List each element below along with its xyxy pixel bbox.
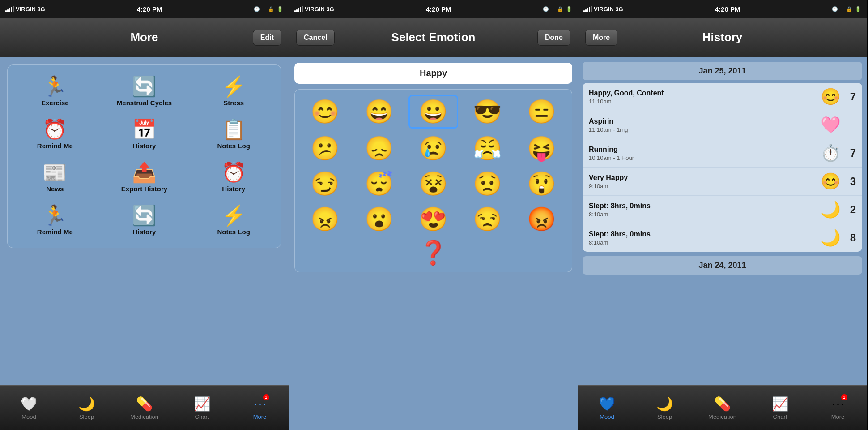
emoji-19[interactable]: 😡 [517,204,566,235]
emotion-content: Happy 😊 😄 😀 😎 😑 😕 😞 😢 😤 😝 😏 😴 😵 😟 😲 😠 [289,57,578,430]
more-item-stress[interactable]: ⚡ Stress [190,72,277,112]
chart-icon-3: 📈 [772,396,788,412]
export-label: Export History [121,185,167,193]
sleep-label-1: Sleep [79,413,94,420]
more-item-notes[interactable]: 📋 Notes Log [190,115,277,155]
emoji-11[interactable]: 😴 [354,168,404,199]
emoji-7[interactable]: 😢 [408,133,458,164]
more-item-history[interactable]: 📅 History [101,115,188,155]
more-tab-icon-1: ⋯ 1 [253,396,267,412]
history-item-time-0: 11:10am [589,98,816,105]
emoji-question[interactable]: ❓ [300,239,566,267]
menstrual-icon: 🔄 [132,77,157,96]
edit-button[interactable]: Edit [253,30,281,46]
emoji-3[interactable]: 😎 [463,95,512,129]
carrier-2: VIRGIN 3G [305,6,334,13]
tab-mood-3[interactable]: 💙 Mood [591,396,623,420]
tab-sleep-3[interactable]: 🌙 Sleep [649,396,681,420]
history-item-1[interactable]: Aspirin 11:10am - 1mg 🩷 [583,111,862,139]
status-right-1: 🕐 ↑ 🔒 🔋 [254,6,283,12]
phone-more: VIRGIN 3G 4:20 PM 🕐 ↑ 🔒 🔋 More Edit 🏃 Ex… [0,0,289,430]
badge-1: 1 [263,394,269,400]
time-2: 4:20 PM [426,5,451,13]
history-item-title-3: Very Happy [589,174,816,182]
emoji-14[interactable]: 😲 [517,168,566,199]
tab-chart-3[interactable]: 📈 Chart [765,396,796,420]
more-item-remind[interactable]: ⏰ Remind Me [11,115,99,155]
tab-chart-1[interactable]: 📈 Chart [187,396,218,420]
notes-label: Notes Log [217,142,250,150]
history-item-icon-4: 🌙 [821,200,841,219]
history-item-icon-2: ⏱️ [821,144,841,163]
tab-bar-3: 💙 Mood 🌙 Sleep 💊 Medication 📈 Chart ⋯ 1 … [578,385,867,430]
emoji-17[interactable]: 😍 [408,204,458,235]
history-item-5[interactable]: Slept: 8hrs, 0mins 8:10am 🌙 8 [583,224,862,252]
emoji-12[interactable]: 😵 [408,168,458,199]
emoji-15[interactable]: 😠 [300,204,350,235]
signal-bars-1 [5,6,14,12]
tab-medication-1[interactable]: 💊 Medication [129,396,160,420]
history-item-time-1: 11:10am - 1mg [589,126,816,133]
done-button[interactable]: Done [537,30,570,46]
clock-icon-1: 🕐 [254,6,260,12]
badge-3: 1 [841,394,847,400]
medication-icon-1: 💊 [136,396,153,412]
history-item-4[interactable]: Slept: 8hrs, 0mins 8:10am 🌙 2 [583,196,862,224]
history-item-time-5: 8:10am [589,239,816,246]
tab-mood-1[interactable]: 🤍 Mood [13,396,45,420]
history3-label: History [133,228,156,236]
emoji-0[interactable]: 😊 [300,95,350,129]
more-item-news[interactable]: 📰 News [11,158,99,198]
history-item-3[interactable]: Very Happy 9:10am 😊 3 [583,168,862,196]
emoji-8[interactable]: 😤 [463,133,512,164]
more-item-export[interactable]: 📤 Export History [101,158,188,198]
cancel-button[interactable]: Cancel [296,30,335,46]
history-item-num-3: 3 [845,175,856,188]
phone-emotion: VIRGIN 3G 4:20 PM 🕐 ↑ 🔒 🔋 Select Emotion… [289,0,578,430]
emoji-4[interactable]: 😑 [517,95,566,129]
more-content: 🏃 Exercise 🔄 Menstrual Cycles ⚡ Stress ⏰… [0,57,289,385]
more-item-exercise[interactable]: 🏃 Exercise [11,72,99,112]
clock-icon-3: 🕐 [832,6,838,12]
tab-medication-3[interactable]: 💊 Medication [707,396,738,420]
history-item-time-3: 9:10am [589,183,816,189]
history-item-0[interactable]: Happy, Good, Content 11:10am 😊 7 [583,83,862,111]
emoji-18[interactable]: 😒 [463,204,512,235]
emoji-1[interactable]: 😄 [354,95,404,129]
more-back-button[interactable]: More [585,30,617,46]
history-item-title-5: Slept: 8hrs, 0mins [589,230,816,238]
signal-bars-3 [583,6,592,12]
notes2-icon: ⚡ [221,206,246,225]
phone-history: VIRGIN 3G 4:20 PM 🕐 ↑ 🔒 🔋 History More J… [578,0,867,430]
emoji-16[interactable]: 😮 [354,204,404,235]
emoji-5[interactable]: 😕 [300,133,350,164]
more-item-history2[interactable]: ⏰ History [190,158,277,198]
history-item-title-4: Slept: 8hrs, 0mins [589,202,816,210]
history2-label: History [222,185,245,193]
more-item-history3[interactable]: 🔄 History [101,201,188,241]
tab-more-3[interactable]: ⋯ 1 More [822,396,854,420]
emoji-10[interactable]: 😏 [300,168,350,199]
more-item-menstrual[interactable]: 🔄 Menstrual Cycles [101,72,188,112]
time-1: 4:20 PM [137,5,162,13]
more-tab-label-3: More [831,413,845,420]
arrow-icon-2: ↑ [552,6,554,12]
emoji-13[interactable]: 😟 [463,168,512,199]
more-item-remind2[interactable]: 🏃 Remind Me [11,201,99,241]
nav-bar-2: Select Emotion Cancel Done [289,18,578,57]
more-tab-icon-3: ⋯ 1 [831,396,845,412]
history-item-content-4: Slept: 8hrs, 0mins 8:10am [589,202,816,218]
history-item-icon-0: 😊 [821,87,841,106]
more-item-notes2[interactable]: ⚡ Notes Log [190,201,277,241]
history-item-num-2: 7 [845,147,856,159]
emoji-2[interactable]: 😀 [408,95,458,129]
history-item-2[interactable]: Running 10:10am - 1 Hour ⏱️ 7 [583,139,862,168]
lock-icon-2: 🔒 [557,6,563,12]
tab-sleep-1[interactable]: 🌙 Sleep [71,396,102,420]
emoji-6[interactable]: 😞 [354,133,404,164]
emoji-9[interactable]: 😝 [517,133,566,164]
news-icon: 📰 [43,163,67,182]
nav-title-2: Select Emotion [391,30,476,44]
nav-bar-1: More Edit [0,18,289,57]
tab-more-1[interactable]: ⋯ 1 More [244,396,276,420]
